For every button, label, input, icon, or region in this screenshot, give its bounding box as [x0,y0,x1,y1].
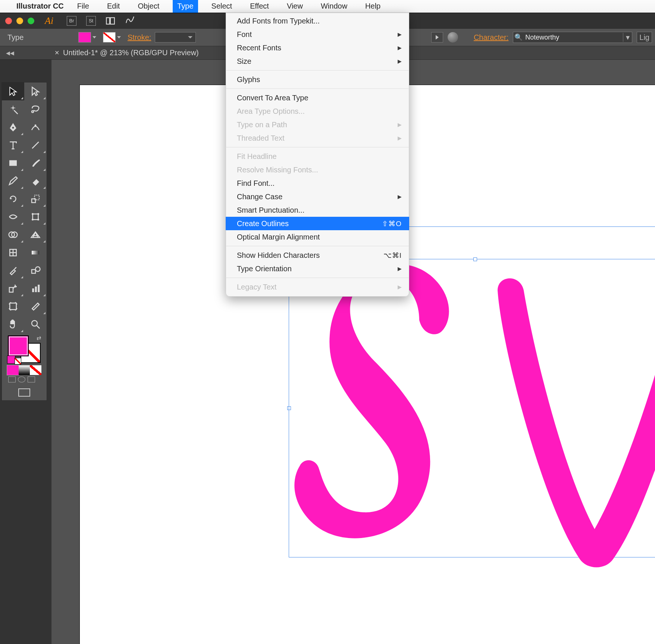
menu-item-smart-punctuation[interactable]: Smart Punctuation... [226,203,409,217]
mac-menubar: Illustrator CC File Edit Object Type Sel… [0,0,655,13]
svg-point-11 [32,213,34,215]
bridge-icon[interactable]: Br [67,16,76,26]
type-tool-icon[interactable] [2,136,24,154]
svg-point-12 [37,213,39,215]
submenu-arrow-icon: ▶ [398,45,402,51]
menu-file[interactable]: File [73,0,94,13]
draw-inside-icon[interactable] [28,376,35,382]
menu-separator [226,70,409,71]
hand-tool-icon[interactable] [2,315,24,333]
menu-separator [226,88,409,89]
stroke-panel-link[interactable]: Stroke: [128,33,151,42]
menu-item-convert-to-area-type[interactable]: Convert To Area Type [226,91,409,104]
gpu-performance-icon[interactable] [125,15,135,26]
svg-point-3 [32,111,34,113]
menu-item-recent-fonts[interactable]: Recent Fonts▶ [226,41,409,54]
slice-tool-icon[interactable] [24,297,47,315]
line-segment-tool-icon[interactable] [24,136,47,154]
menu-item-glyphs[interactable]: Glyphs [226,73,409,86]
blend-tool-icon[interactable] [24,262,47,279]
app-title[interactable]: Illustrator CC [16,2,64,10]
document-tab[interactable]: ✕ Untitled-1* @ 213% (RGB/GPU Preview) [54,49,199,57]
symbol-sprayer-tool-icon[interactable] [2,279,24,297]
menu-help[interactable]: Help [361,0,385,13]
magic-wand-tool-icon[interactable] [2,100,24,118]
draw-normal-icon[interactable] [8,376,16,382]
gradient-tool-icon[interactable] [24,244,47,262]
scale-tool-icon[interactable] [24,190,47,208]
fill-dropdown-icon[interactable] [93,36,96,38]
character-panel-link[interactable]: Character: [474,33,508,42]
menu-select[interactable]: Select [207,0,237,13]
menu-item-label: Change Case [237,193,282,201]
zoom-window-icon[interactable] [28,18,34,24]
variable-width-profile-icon[interactable] [431,32,443,43]
direct-selection-tool-icon[interactable] [24,82,47,100]
font-family-value: Noteworthy [524,34,623,41]
artboard-tool-icon[interactable] [2,297,24,315]
solid-color-mode-icon[interactable] [7,365,19,375]
default-fill-stroke-icon-b[interactable] [15,358,21,365]
menu-item-change-case[interactable]: Change Case▶ [226,190,409,203]
column-graph-tool-icon[interactable] [24,279,47,297]
rotate-tool-icon[interactable] [2,190,24,208]
arrange-documents-icon[interactable] [106,16,115,26]
selection-tool-icon[interactable] [2,82,24,100]
recolor-artwork-icon[interactable] [448,32,458,43]
minimize-window-icon[interactable] [16,18,23,24]
submenu-arrow-icon: ▶ [398,58,402,64]
gradient-mode-icon[interactable] [19,365,30,375]
rectangle-tool-icon[interactable] [2,154,24,172]
lasso-tool-icon[interactable] [24,100,47,118]
font-style-select[interactable]: Lig [637,32,652,43]
paintbrush-tool-icon[interactable] [24,154,47,172]
menu-object[interactable]: Object [133,0,164,13]
default-fill-stroke-icon-a[interactable] [7,356,15,364]
width-tool-icon[interactable] [2,208,24,226]
shape-builder-tool-icon[interactable] [2,226,24,244]
menu-edit[interactable]: Edit [103,0,124,13]
zoom-tool-icon[interactable] [24,315,47,333]
stroke-color-swatch[interactable] [103,32,116,43]
fill-stroke-proxy[interactable]: ⇄ [7,335,41,364]
mesh-tool-icon[interactable] [2,244,24,262]
draw-behind-icon[interactable] [18,376,25,382]
menu-item-find-font[interactable]: Find Font... [226,176,409,190]
svg-line-27 [37,326,40,329]
stock-icon[interactable]: St [86,16,96,26]
stroke-dropdown-icon[interactable] [117,36,121,38]
menu-effect[interactable]: Effect [245,0,273,13]
menu-item-create-outlines[interactable]: Create Outlines⇧⌘O [226,217,409,230]
perspective-grid-tool-icon[interactable] [24,226,47,244]
free-transform-tool-icon[interactable] [24,208,47,226]
menu-item-area-type-options: Area Type Options... [226,104,409,118]
none-mode-icon[interactable] [30,365,41,375]
menu-item-size[interactable]: Size▶ [226,54,409,68]
menu-item-optical-margin-alignment[interactable]: Optical Margin Alignment [226,230,409,244]
eraser-tool-icon[interactable] [24,172,47,190]
fill-color-swatch[interactable] [78,32,91,43]
font-family-select[interactable]: 🔍 Noteworthy ▾ [513,32,632,43]
menu-item-font[interactable]: Font▶ [226,28,409,41]
menu-window[interactable]: Window [316,0,352,13]
menu-type[interactable]: Type [173,0,198,13]
chevron-down-icon[interactable]: ▾ [623,33,632,42]
menu-item-add-fonts-from-typekit[interactable]: Add Fonts from Typekit... [226,14,409,28]
close-window-icon[interactable] [5,18,12,24]
screen-mode-icon[interactable] [2,386,47,400]
menu-item-label: Font [237,30,252,39]
font-search-icon[interactable]: 🔍 [513,33,524,41]
menu-view[interactable]: View [282,0,307,13]
curvature-tool-icon[interactable] [24,118,47,136]
swap-fill-stroke-icon[interactable]: ⇄ [37,335,41,341]
fill-proxy-swatch[interactable] [8,335,29,356]
svg-rect-0 [106,18,110,24]
menu-item-type-orientation[interactable]: Type Orientation▶ [226,262,409,275]
menu-item-show-hidden-characters[interactable]: Show Hidden Characters⌥⌘I [226,248,409,262]
close-tab-icon[interactable]: ✕ [54,49,59,56]
collapse-panel-icon[interactable]: ◀◀ [6,50,13,56]
stroke-weight-input[interactable] [155,32,196,43]
eyedropper-tool-icon[interactable] [2,262,24,279]
pencil-tool-icon[interactable] [2,172,24,190]
pen-tool-icon[interactable] [2,118,24,136]
